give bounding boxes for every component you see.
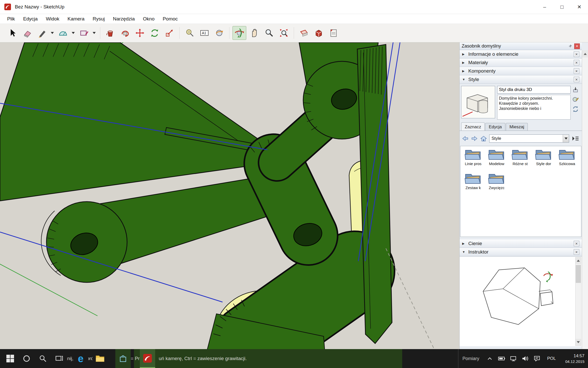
- language-indicator[interactable]: POL: [547, 349, 556, 368]
- minimize-button[interactable]: –: [536, 0, 553, 14]
- scroll-up-icon[interactable]: [575, 257, 581, 264]
- search-button[interactable]: [35, 349, 51, 368]
- section-plane-tool-button[interactable]: [297, 26, 311, 40]
- orbit-tool-button[interactable]: [232, 26, 246, 40]
- maximize-button[interactable]: □: [553, 0, 571, 14]
- section-close-button[interactable]: ✕: [574, 249, 579, 255]
- dropdown-caret-icon[interactable]: [563, 135, 569, 142]
- menu-item-widok[interactable]: Widok: [42, 14, 64, 24]
- scale-tool-button[interactable]: [163, 26, 176, 40]
- view-options-button[interactable]: [571, 134, 580, 143]
- start-button[interactable]: [3, 349, 18, 368]
- layout-tool-button[interactable]: [327, 26, 340, 40]
- arc-tool-flyout[interactable]: [71, 26, 76, 40]
- menu-item-pomoc[interactable]: Pomoc: [158, 14, 182, 24]
- forward-arrow-icon[interactable]: [471, 135, 478, 142]
- style-folder-zestaw-kolorow[interactable]: Zestaw k: [461, 172, 485, 195]
- close-button[interactable]: ✕: [571, 0, 588, 14]
- select-tool-button[interactable]: [6, 26, 19, 40]
- style-folder-style-dor[interactable]: Style dor: [532, 148, 555, 171]
- tab-edycja[interactable]: Edycja: [485, 123, 505, 131]
- style-folder-szkicowane[interactable]: Szkicowa: [555, 148, 579, 171]
- tray-close-button[interactable]: ✕: [574, 43, 580, 49]
- action-center-button[interactable]: [532, 349, 542, 368]
- move-tool-button[interactable]: [133, 26, 147, 40]
- style-preview-thumbnail[interactable]: [461, 86, 495, 118]
- arc-tool-button[interactable]: [56, 26, 70, 40]
- zoom-tool-button[interactable]: [262, 26, 276, 40]
- scroll-up-icon[interactable]: [582, 50, 588, 57]
- line-tool-button[interactable]: [35, 26, 49, 40]
- eraser-tool-button[interactable]: [20, 26, 34, 40]
- store-button[interactable]: [115, 349, 131, 368]
- back-arrow-icon[interactable]: [462, 135, 469, 142]
- dimension-tool-button[interactable]: A1: [198, 26, 211, 40]
- tray-section-components[interactable]: ▶ Komponenty ✕: [460, 67, 582, 75]
- menu-item-plik[interactable]: Plik: [3, 14, 19, 24]
- menu-item-edycja[interactable]: Edycja: [19, 14, 42, 24]
- tray-scrollbar[interactable]: [582, 50, 588, 349]
- scroll-down-icon[interactable]: [575, 339, 581, 346]
- battery-status[interactable]: [497, 349, 507, 368]
- collapse-arrow-icon[interactable]: ▼: [462, 78, 468, 81]
- tray-section-shadows[interactable]: ▶ Cienie ✕: [460, 239, 582, 248]
- collapse-arrow-icon[interactable]: ▶: [462, 69, 468, 73]
- paint-bucket-tool-button[interactable]: [103, 26, 117, 40]
- taskbar-clock[interactable]: 14:57 04.12.2015: [565, 349, 584, 368]
- tab-mieszaj[interactable]: Mieszaj: [506, 123, 528, 131]
- rectangle-tool-button[interactable]: [77, 26, 91, 40]
- network-status[interactable]: [508, 349, 519, 368]
- menu-item-narzedzia[interactable]: Narzędzia: [109, 14, 139, 24]
- position-camera-tool-button[interactable]: [212, 26, 226, 40]
- section-close-button[interactable]: ✕: [574, 68, 579, 74]
- folder-icon: [464, 172, 482, 185]
- battery-icon: [498, 356, 505, 361]
- style-collection-dropdown[interactable]: Style: [489, 134, 569, 143]
- tray-overflow-chevron[interactable]: [485, 349, 495, 368]
- collapse-arrow-icon[interactable]: ▶: [462, 52, 468, 56]
- sketchup-taskbar-button[interactable]: [140, 349, 155, 368]
- 3d-viewport[interactable]: [0, 42, 459, 349]
- section-close-button[interactable]: ✕: [574, 77, 579, 82]
- style-name-input[interactable]: [497, 86, 571, 94]
- section-close-button[interactable]: ✕: [574, 60, 579, 65]
- instructor-scrollbar[interactable]: [575, 257, 581, 346]
- collapse-arrow-icon[interactable]: ▼: [462, 250, 468, 254]
- menu-item-rysuj[interactable]: Rysuj: [89, 14, 109, 24]
- collapse-arrow-icon[interactable]: ▶: [462, 61, 468, 64]
- scrollbar-thumb[interactable]: [576, 265, 581, 283]
- update-style-button[interactable]: [572, 96, 579, 103]
- refresh-style-button[interactable]: [572, 105, 579, 113]
- tape-measure-tool-button[interactable]: [183, 26, 197, 40]
- cortana-button[interactable]: [19, 349, 34, 368]
- rotate-tool-button[interactable]: [148, 26, 162, 40]
- tab-zaznacz[interactable]: Zaznacz: [461, 122, 485, 131]
- line-tool-flyout[interactable]: [50, 26, 55, 40]
- menu-item-okno[interactable]: Okno: [139, 14, 158, 24]
- collapse-arrow-icon[interactable]: ▶: [462, 242, 468, 245]
- style-folder-modelowanie[interactable]: Modelow: [485, 148, 508, 171]
- tray-section-styles[interactable]: ▼ Style ✕: [460, 75, 582, 84]
- style-folder-zwyciezcy[interactable]: Zwycięzc: [485, 172, 508, 195]
- edge-taskbar-button[interactable]: e: [73, 349, 88, 368]
- follow-me-tool-button[interactable]: [118, 26, 132, 40]
- tray-section-instructor[interactable]: ▼ Instruktor ✕: [460, 248, 582, 256]
- zoom-extents-tool-button[interactable]: [277, 26, 291, 40]
- style-folder-linie-proste[interactable]: Linie pros: [461, 148, 485, 171]
- file-explorer-button[interactable]: [92, 349, 108, 368]
- section-close-button[interactable]: ✕: [574, 241, 579, 246]
- tray-section-entity-info[interactable]: ▶ Informacje o elemencie ✕: [460, 50, 582, 59]
- section-close-button[interactable]: ✕: [574, 51, 579, 57]
- rectangle-tool-flyout[interactable]: [92, 26, 96, 40]
- home-icon[interactable]: [480, 135, 487, 142]
- tray-section-materials[interactable]: ▶ Materiały ✕: [460, 59, 582, 67]
- pin-icon[interactable]: [567, 43, 573, 49]
- warehouse-tool-button[interactable]: [312, 26, 326, 40]
- menu-item-kamera[interactable]: Kamera: [63, 14, 89, 24]
- pan-tool-button[interactable]: [247, 26, 261, 40]
- task-view-button[interactable]: [52, 349, 67, 368]
- volume-status[interactable]: [520, 349, 530, 368]
- style-folder-rozne-style[interactable]: Różne st: [508, 148, 532, 171]
- create-style-button[interactable]: [572, 86, 579, 94]
- volume-icon: [522, 356, 529, 361]
